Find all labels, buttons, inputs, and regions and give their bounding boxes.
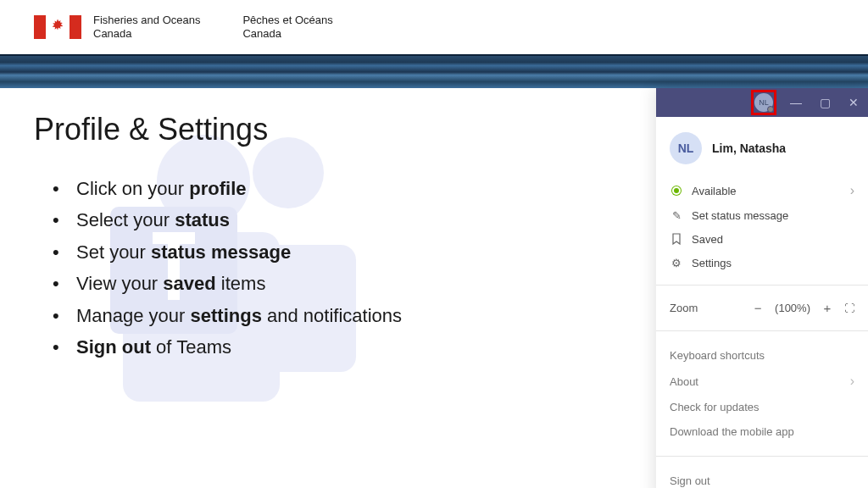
menu-available[interactable]: Available ›: [656, 178, 868, 203]
gov-header: Fisheries and OceansCanada Pêches et Océ…: [0, 0, 868, 54]
dept-en-line1: Fisheries and Oceans: [93, 14, 200, 26]
presence-available-icon: [672, 186, 681, 195]
profile-header: NL Lim, Natasha: [656, 117, 868, 175]
window-titlebar: NL — ▢ ✕: [656, 88, 868, 117]
megaphone-icon: ✎: [670, 208, 683, 222]
dept-en: Fisheries and OceansCanada: [34, 14, 200, 42]
menu-settings[interactable]: ⚙ Settings: [656, 251, 868, 274]
canada-flag-icon: [34, 15, 81, 39]
close-button[interactable]: ✕: [839, 88, 868, 117]
divider: [656, 285, 868, 286]
chevron-right-icon: ›: [850, 183, 854, 198]
menu-sign-out[interactable]: Sign out: [656, 469, 868, 488]
divider: [656, 330, 868, 331]
dept-en-line2: Canada: [93, 27, 132, 40]
menu-set-status[interactable]: ✎ Set status message: [656, 203, 868, 227]
titlebar-avatar[interactable]: NL: [754, 93, 773, 112]
menu-about[interactable]: About›: [656, 368, 868, 395]
zoom-out-button[interactable]: −: [749, 301, 766, 315]
bookmark-icon: [670, 232, 683, 246]
zoom-label: Zoom: [670, 302, 698, 314]
menu-check-updates[interactable]: Check for updates: [656, 395, 868, 419]
zoom-in-button[interactable]: +: [819, 301, 836, 315]
minimize-button[interactable]: —: [782, 88, 810, 117]
maximize-button[interactable]: ▢: [810, 88, 839, 117]
water-banner: [0, 54, 868, 88]
zoom-row: Zoom − (100%) + ⛶: [656, 292, 868, 324]
divider: [656, 456, 868, 457]
chevron-right-icon: ›: [850, 374, 854, 389]
teams-profile-panel: NL — ▢ ✕ NL Lim, Natasha Available › ✎ S…: [656, 88, 868, 488]
menu-saved[interactable]: Saved: [656, 227, 868, 251]
fullscreen-icon[interactable]: ⛶: [844, 302, 854, 314]
presence-dot-icon: [767, 106, 774, 113]
user-name: Lim, Natasha: [712, 141, 786, 155]
zoom-value: (100%): [775, 302, 810, 314]
menu-keyboard-shortcuts[interactable]: Keyboard shortcuts: [656, 343, 868, 368]
menu-download-app[interactable]: Download the mobile app: [656, 419, 868, 444]
gear-icon: ⚙: [670, 256, 683, 269]
dept-fr: Pêches et OcéansCanada: [242, 14, 332, 42]
profile-avatar-highlight: NL: [751, 90, 776, 115]
avatar: NL: [670, 132, 702, 164]
